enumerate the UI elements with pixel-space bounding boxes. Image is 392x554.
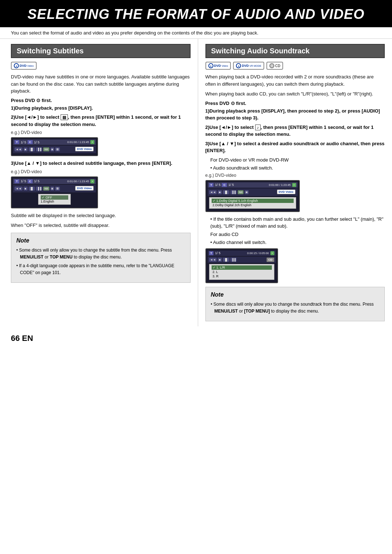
audio-dvd-badge-row: ● DVD Video ● DVD VR MODE CD — [205, 62, 385, 70]
audio-screen1-top-bar: T 1/ 5 C 1/ 5 0:01:00 / 1:23:45 + — [208, 182, 298, 188]
subtitles-eg1-label: e.g.) DVD-video — [11, 130, 191, 135]
subtitles-step1: 1)During playback, press [DISPLAY]. — [11, 105, 191, 112]
audio-note-bullet: • Some discs will only allow you to chan… — [211, 301, 380, 315]
subtitles-screen2: T 1/ 5 C 1/ 5 0:01:00 / 1:23:45 + ◄◄ ■ ▐… — [11, 176, 98, 208]
subtitles-press-dvd: Press DVD ⊙ first. — [11, 98, 191, 103]
dvd-video-badge: ● DVD Video — [11, 62, 37, 70]
audio-press-dvd: Press DVD ⊙ first. — [205, 101, 385, 106]
page-header: SELECTING THE FORMAT OF AUDIO AND VIDEO — [0, 0, 392, 27]
screen2-controls: ◄◄ ■ ▐▌ ▐▐ NII ◙ ⊞ DVD Video — [13, 185, 96, 192]
header-title: SELECTING THE FORMAT OF AUDIO AND VIDEO — [28, 7, 364, 22]
audio-screen2-cd: T 1/ 5 0:00:15 / 0:05:00 + ◄◄ ■ ▐▌ ▐▐ CD… — [205, 248, 278, 283]
dvd-circle-icon: ● — [208, 63, 213, 68]
audio-option-1: ✓ 1.Dolby Digital 5.1ch English — [212, 199, 294, 203]
subtitles-body-text: DVD-video may have subtitles in one or m… — [11, 73, 191, 95]
subtitles-dvd-badge-row: ● DVD Video — [11, 62, 191, 70]
cd-screen-top-bar: T 1/ 5 0:00:15 / 0:05:00 + — [208, 250, 276, 256]
subtitles-header: Switching Subtitles — [11, 44, 191, 58]
note-title: Note — [16, 237, 185, 244]
audio-option-2: 2.Dolby Digital 2ch English — [212, 203, 294, 207]
audio-header: Switching Audio Soundtrack — [205, 44, 385, 58]
audio-menu: ✓ 1.Dolby Digital 5.1ch English 2.Dolby … — [209, 197, 296, 209]
cd-audio-menu: ✓ 1. L/R 2. L 3. R — [209, 264, 274, 280]
cd-channel-2: 2. L — [212, 270, 272, 274]
subtitle-note-text1: Subtitle will be displayed in the select… — [11, 212, 191, 219]
audio-step2: 2)Use [◄/►] to select ♪, then press [ENT… — [205, 124, 385, 138]
screen1-top-bar: T 1/ 5 C 1/ 5 0:01:00 / 1:23:45 + — [13, 139, 96, 145]
subtitles-eg2-label: e.g.) DVD-video — [11, 169, 191, 174]
page-subtitle: You can select the format of audio and v… — [0, 27, 392, 39]
audio-body-text1: When playing back a DVD-video recorded w… — [205, 73, 385, 87]
audio-body-text2: When playing back audio CD, you can swit… — [205, 90, 385, 98]
audio-cd-switch: • Audio channel will switch. — [205, 239, 385, 246]
audio-note-box: Note • Some discs will only allow you to… — [205, 287, 385, 321]
note-bullet-2: • If a 4-digit language code appears in … — [16, 262, 185, 276]
subtitle-english: 1.English — [41, 200, 68, 203]
subtitle-note-text2: When "OFF" is selected, subtitle will di… — [11, 222, 191, 229]
audio-for-dvd: For DVD-video or VR mode DVD-RW — [205, 156, 385, 164]
dvd-circle-icon: ● — [14, 63, 19, 68]
audio-screen1-controls: ◄◄ ■ ▐▌ ▐▐ NII ◙ DVD Video — [208, 188, 298, 196]
subtitle-off: ✓ OFF — [41, 195, 68, 200]
audio-switch-note: • Audio soundtrack will switch. — [205, 164, 385, 172]
audio-screen1: T 1/ 5 C 1/ 5 0:01:00 / 1:23:45 + ◄◄ ■ ▐… — [205, 180, 300, 212]
note-bullet-1: • Some discs will only allow you to chan… — [16, 247, 185, 261]
switching-audio-section: Switching Audio Soundtrack ● DVD Video ●… — [198, 39, 392, 326]
dvd-vr-circle-icon: ● — [236, 63, 241, 68]
audio-title-note: • If the title contains both main and su… — [205, 216, 385, 230]
cd-screen-controls: ◄◄ ■ ▐▌ ▐▐ CD — [208, 257, 276, 263]
audio-step1: 1)During playback press [DISPLAY], then … — [205, 107, 385, 122]
audio-dvd-vr-badge: ● DVD VR MODE — [233, 62, 264, 70]
subtitles-step3: 3)Use [▲ / ▼] to select a desired subtit… — [11, 160, 191, 167]
page-footer: 66 EN — [0, 326, 392, 350]
cd-channel-3: 3. R — [212, 274, 272, 278]
audio-dvd-video-badge: ● DVD Video — [205, 62, 231, 70]
cd-channel-1: ✓ 1. L/R — [212, 265, 272, 270]
screen2-top-bar: T 1/ 5 C 1/ 5 0:01:00 / 1:23:45 + — [13, 179, 96, 184]
cd-circle-icon — [269, 63, 274, 68]
subtitles-note-box: Note • Some discs will only allow you to… — [11, 233, 191, 283]
screen1-controls: ◄◄ ■ ▐▌ ▐▐ NII ◙ ⊞ DVD Video — [13, 146, 96, 153]
audio-eg1-label: e.g.) DVD-video — [205, 173, 385, 178]
subtitles-screen1: T 1/ 5 C 1/ 5 0:01:00 / 1:23:45 + ◄◄ ■ ▐… — [11, 137, 98, 156]
subtitles-step2: 2)Use [◄/►] to select ▤, then press [ENT… — [11, 114, 191, 128]
subtitle-menu: ✓ OFF 1.English — [38, 194, 71, 205]
main-content: Switching Subtitles ● DVD Video DVD-vide… — [0, 39, 392, 326]
audio-note-title: Note — [211, 292, 380, 298]
audio-step3: 3)Use [▲ / ▼] to select a desired audio … — [205, 140, 385, 154]
svg-point-1 — [271, 65, 272, 66]
cd-badge: CD — [266, 62, 283, 70]
audio-for-cd: For audio CD — [205, 231, 385, 238]
switching-subtitles-section: Switching Subtitles ● DVD Video DVD-vide… — [0, 39, 198, 326]
